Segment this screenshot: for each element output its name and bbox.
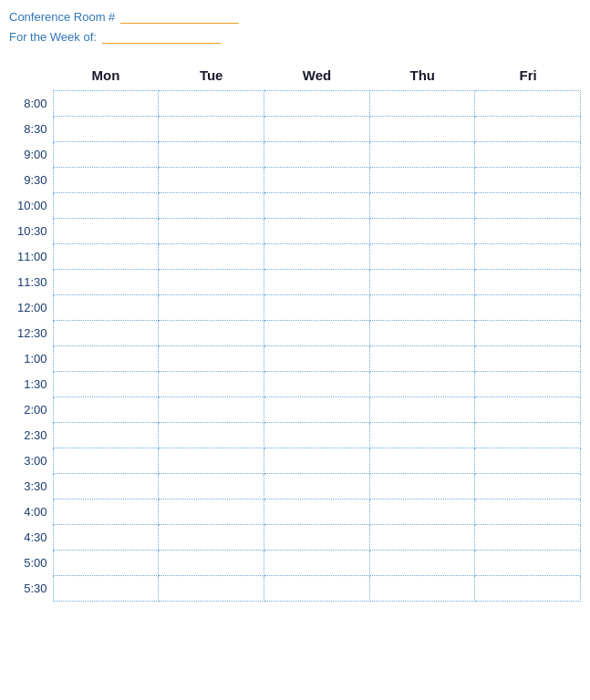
schedule-cell[interactable] bbox=[53, 448, 159, 474]
schedule-cell[interactable] bbox=[475, 576, 581, 602]
schedule-cell[interactable] bbox=[53, 321, 159, 346]
schedule-cell[interactable] bbox=[475, 397, 581, 423]
schedule-cell[interactable] bbox=[53, 168, 159, 193]
schedule-cell[interactable] bbox=[475, 499, 581, 525]
schedule-cell[interactable] bbox=[264, 397, 369, 423]
schedule-cell[interactable] bbox=[159, 372, 264, 397]
schedule-cell[interactable] bbox=[475, 91, 581, 117]
schedule-cell[interactable] bbox=[159, 117, 264, 142]
schedule-cell[interactable] bbox=[369, 499, 475, 525]
schedule-cell[interactable] bbox=[475, 448, 581, 474]
schedule-cell[interactable] bbox=[159, 321, 264, 346]
schedule-cell[interactable] bbox=[53, 346, 159, 372]
schedule-cell[interactable] bbox=[159, 91, 264, 117]
schedule-cell[interactable] bbox=[475, 372, 581, 397]
schedule-cell[interactable] bbox=[53, 219, 159, 244]
schedule-cell[interactable] bbox=[475, 551, 581, 576]
schedule-cell[interactable] bbox=[264, 551, 369, 576]
schedule-cell[interactable] bbox=[475, 193, 581, 219]
schedule-cell[interactable] bbox=[475, 270, 581, 295]
schedule-cell[interactable] bbox=[264, 168, 369, 193]
schedule-cell[interactable] bbox=[475, 346, 581, 372]
schedule-cell[interactable] bbox=[159, 295, 264, 321]
schedule-cell[interactable] bbox=[369, 321, 475, 346]
schedule-cell[interactable] bbox=[475, 295, 581, 321]
schedule-cell[interactable] bbox=[369, 346, 475, 372]
schedule-cell[interactable] bbox=[159, 525, 264, 551]
schedule-cell[interactable] bbox=[53, 91, 159, 117]
schedule-cell[interactable] bbox=[475, 423, 581, 448]
schedule-cell[interactable] bbox=[53, 525, 159, 551]
schedule-cell[interactable] bbox=[53, 397, 159, 423]
schedule-cell[interactable] bbox=[369, 168, 475, 193]
schedule-cell[interactable] bbox=[159, 168, 264, 193]
schedule-cell[interactable] bbox=[159, 219, 264, 244]
schedule-cell[interactable] bbox=[369, 397, 475, 423]
schedule-cell[interactable] bbox=[53, 576, 159, 602]
schedule-cell[interactable] bbox=[369, 448, 475, 474]
schedule-cell[interactable] bbox=[264, 372, 369, 397]
schedule-cell[interactable] bbox=[369, 270, 475, 295]
schedule-cell[interactable] bbox=[369, 551, 475, 576]
schedule-cell[interactable] bbox=[53, 423, 159, 448]
schedule-cell[interactable] bbox=[159, 397, 264, 423]
schedule-cell[interactable] bbox=[369, 295, 475, 321]
schedule-cell[interactable] bbox=[369, 525, 475, 551]
schedule-cell[interactable] bbox=[369, 244, 475, 270]
schedule-cell[interactable] bbox=[53, 474, 159, 499]
schedule-cell[interactable] bbox=[369, 474, 475, 499]
schedule-cell[interactable] bbox=[264, 474, 369, 499]
schedule-cell[interactable] bbox=[159, 474, 264, 499]
schedule-cell[interactable] bbox=[475, 244, 581, 270]
schedule-cell[interactable] bbox=[264, 295, 369, 321]
schedule-cell[interactable] bbox=[53, 295, 159, 321]
schedule-cell[interactable] bbox=[159, 576, 264, 602]
schedule-cell[interactable] bbox=[475, 474, 581, 499]
schedule-cell[interactable] bbox=[159, 423, 264, 448]
schedule-cell[interactable] bbox=[369, 142, 475, 168]
schedule-cell[interactable] bbox=[159, 499, 264, 525]
schedule-cell[interactable] bbox=[264, 193, 369, 219]
schedule-cell[interactable] bbox=[53, 499, 159, 525]
schedule-cell[interactable] bbox=[159, 270, 264, 295]
schedule-cell[interactable] bbox=[369, 193, 475, 219]
schedule-cell[interactable] bbox=[264, 91, 369, 117]
schedule-cell[interactable] bbox=[475, 117, 581, 142]
schedule-cell[interactable] bbox=[264, 448, 369, 474]
schedule-cell[interactable] bbox=[159, 551, 264, 576]
schedule-cell[interactable] bbox=[264, 576, 369, 602]
schedule-cell[interactable] bbox=[53, 193, 159, 219]
schedule-cell[interactable] bbox=[369, 117, 475, 142]
schedule-cell[interactable] bbox=[264, 346, 369, 372]
schedule-cell[interactable] bbox=[264, 117, 369, 142]
schedule-cell[interactable] bbox=[53, 270, 159, 295]
schedule-cell[interactable] bbox=[475, 321, 581, 346]
schedule-cell[interactable] bbox=[264, 525, 369, 551]
schedule-cell[interactable] bbox=[53, 551, 159, 576]
schedule-cell[interactable] bbox=[159, 448, 264, 474]
schedule-cell[interactable] bbox=[369, 372, 475, 397]
schedule-cell[interactable] bbox=[53, 117, 159, 142]
schedule-cell[interactable] bbox=[475, 142, 581, 168]
schedule-cell[interactable] bbox=[264, 244, 369, 270]
schedule-cell[interactable] bbox=[264, 270, 369, 295]
room-input[interactable] bbox=[120, 9, 239, 24]
schedule-cell[interactable] bbox=[264, 142, 369, 168]
schedule-cell[interactable] bbox=[475, 525, 581, 551]
week-input[interactable] bbox=[102, 29, 221, 44]
schedule-cell[interactable] bbox=[475, 219, 581, 244]
schedule-cell[interactable] bbox=[369, 91, 475, 117]
schedule-cell[interactable] bbox=[264, 219, 369, 244]
schedule-cell[interactable] bbox=[159, 346, 264, 372]
schedule-cell[interactable] bbox=[264, 321, 369, 346]
schedule-cell[interactable] bbox=[369, 423, 475, 448]
schedule-cell[interactable] bbox=[53, 244, 159, 270]
schedule-cell[interactable] bbox=[475, 168, 581, 193]
schedule-cell[interactable] bbox=[264, 499, 369, 525]
schedule-cell[interactable] bbox=[159, 193, 264, 219]
schedule-cell[interactable] bbox=[53, 142, 159, 168]
schedule-cell[interactable] bbox=[159, 142, 264, 168]
schedule-cell[interactable] bbox=[53, 372, 159, 397]
schedule-cell[interactable] bbox=[264, 423, 369, 448]
schedule-cell[interactable] bbox=[369, 219, 475, 244]
